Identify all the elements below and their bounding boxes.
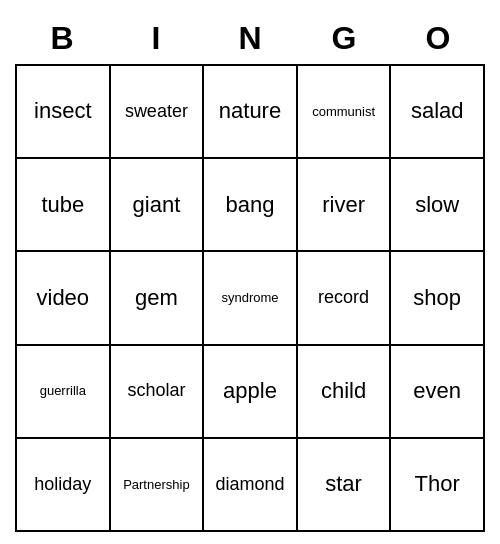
cell-label: river <box>322 192 365 218</box>
bingo-cell: tube <box>17 159 111 252</box>
bingo-cell: video <box>17 252 111 345</box>
cell-label: scholar <box>127 380 185 402</box>
bingo-cell: communist <box>298 66 392 159</box>
bingo-cell: star <box>298 439 392 532</box>
cell-label: giant <box>133 192 181 218</box>
cell-label: Thor <box>415 471 460 497</box>
header-letter: B <box>15 12 109 64</box>
cell-label: star <box>325 471 362 497</box>
header-letter: N <box>203 12 297 64</box>
cell-label: syndrome <box>221 290 278 306</box>
cell-label: record <box>318 287 369 309</box>
bingo-cell: guerrilla <box>17 346 111 439</box>
header-letter: O <box>391 12 485 64</box>
cell-label: even <box>413 378 461 404</box>
cell-label: Partnership <box>123 477 189 493</box>
bingo-header: BINGO <box>15 12 485 64</box>
bingo-cell: holiday <box>17 439 111 532</box>
bingo-cell: nature <box>204 66 298 159</box>
bingo-cell: bang <box>204 159 298 252</box>
bingo-cell: sweater <box>111 66 205 159</box>
cell-label: holiday <box>34 474 91 496</box>
cell-label: video <box>37 285 90 311</box>
bingo-cell: syndrome <box>204 252 298 345</box>
cell-label: guerrilla <box>40 383 86 399</box>
cell-label: slow <box>415 192 459 218</box>
bingo-cell: salad <box>391 66 485 159</box>
bingo-cell: shop <box>391 252 485 345</box>
cell-label: communist <box>312 104 375 120</box>
bingo-cell: apple <box>204 346 298 439</box>
bingo-cell: giant <box>111 159 205 252</box>
bingo-cell: river <box>298 159 392 252</box>
bingo-cell: Partnership <box>111 439 205 532</box>
cell-label: nature <box>219 98 281 124</box>
cell-label: gem <box>135 285 178 311</box>
bingo-cell: record <box>298 252 392 345</box>
bingo-cell: child <box>298 346 392 439</box>
cell-label: tube <box>41 192 84 218</box>
cell-label: salad <box>411 98 464 124</box>
cell-label: shop <box>413 285 461 311</box>
bingo-cell: scholar <box>111 346 205 439</box>
header-letter: G <box>297 12 391 64</box>
bingo-cell: diamond <box>204 439 298 532</box>
cell-label: insect <box>34 98 91 124</box>
cell-label: apple <box>223 378 277 404</box>
bingo-grid: insectsweaternaturecommunistsaladtubegia… <box>15 64 485 532</box>
bingo-cell: Thor <box>391 439 485 532</box>
cell-label: diamond <box>215 474 284 496</box>
bingo-cell: gem <box>111 252 205 345</box>
bingo-cell: slow <box>391 159 485 252</box>
header-letter: I <box>109 12 203 64</box>
bingo-card: BINGO insectsweaternaturecommunistsaladt… <box>15 12 485 532</box>
cell-label: child <box>321 378 366 404</box>
bingo-cell: insect <box>17 66 111 159</box>
cell-label: sweater <box>125 101 188 123</box>
cell-label: bang <box>226 192 275 218</box>
bingo-cell: even <box>391 346 485 439</box>
